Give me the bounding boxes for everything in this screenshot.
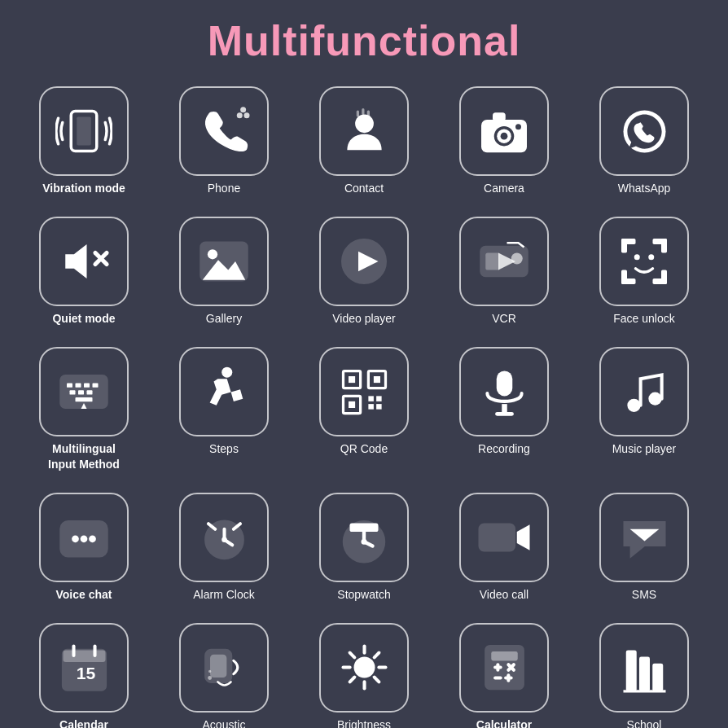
icon-voice-chat[interactable] bbox=[39, 493, 129, 582]
svg-marker-77 bbox=[517, 524, 530, 550]
icon-gallery[interactable] bbox=[179, 217, 269, 306]
svg-rect-26 bbox=[485, 253, 500, 270]
label-face-unlock: Face unlock bbox=[613, 311, 674, 326]
svg-rect-1 bbox=[77, 117, 91, 146]
svg-rect-42 bbox=[93, 384, 99, 388]
icon-school[interactable] bbox=[599, 623, 689, 713]
cell-calculator: Calculator bbox=[434, 618, 574, 728]
icon-video-call[interactable] bbox=[459, 493, 549, 582]
svg-rect-56 bbox=[368, 404, 374, 410]
cell-brightness: Brightness control bbox=[294, 618, 434, 728]
label-calendar: Calendar bbox=[59, 717, 108, 728]
label-steps: Steps bbox=[209, 441, 239, 456]
svg-point-20 bbox=[208, 249, 217, 259]
svg-point-66 bbox=[89, 535, 96, 542]
svg-rect-76 bbox=[480, 524, 514, 550]
cell-recording: Recording bbox=[434, 342, 574, 479]
svg-rect-31 bbox=[661, 239, 667, 253]
label-alarm-clock: Alarm Clock bbox=[193, 587, 254, 602]
label-contact: Contact bbox=[344, 181, 384, 195]
svg-rect-49 bbox=[349, 376, 355, 383]
label-gallery: Gallery bbox=[206, 311, 242, 326]
cell-phone: Phone bbox=[154, 81, 294, 204]
icon-steps[interactable] bbox=[179, 347, 269, 436]
icon-vcr[interactable] bbox=[459, 217, 549, 306]
label-phone: Phone bbox=[208, 181, 240, 195]
feature-grid: Vibration modePhoneContactCameraWhatsApp… bbox=[14, 81, 714, 728]
label-whatsapp: WhatsApp bbox=[618, 181, 671, 195]
svg-point-70 bbox=[221, 537, 227, 543]
page-title: Multifunctional bbox=[208, 16, 521, 65]
cell-gallery: Gallery bbox=[154, 212, 294, 334]
svg-rect-35 bbox=[661, 270, 667, 285]
svg-rect-40 bbox=[76, 384, 81, 388]
svg-rect-57 bbox=[376, 404, 382, 410]
label-sms: SMS bbox=[632, 587, 656, 602]
svg-rect-13 bbox=[493, 112, 506, 121]
svg-point-75 bbox=[362, 539, 367, 545]
label-calculator: Calculator bbox=[476, 717, 532, 728]
cell-quiet-mode: Quiet mode bbox=[14, 212, 154, 334]
icon-face-unlock[interactable] bbox=[599, 217, 689, 306]
cell-steps: Steps bbox=[154, 342, 294, 479]
svg-line-97 bbox=[349, 678, 354, 682]
svg-point-12 bbox=[501, 133, 508, 140]
svg-rect-46 bbox=[76, 397, 93, 401]
svg-point-37 bbox=[648, 254, 654, 260]
cell-voice-chat: Voice chat bbox=[14, 488, 154, 610]
svg-rect-39 bbox=[67, 384, 72, 388]
svg-point-27 bbox=[511, 253, 523, 265]
icon-qr-code[interactable] bbox=[319, 347, 409, 436]
svg-rect-41 bbox=[84, 384, 90, 388]
label-acoustic: Acoustic drainage bbox=[202, 717, 247, 728]
svg-line-94 bbox=[349, 653, 354, 658]
svg-rect-99 bbox=[491, 651, 518, 660]
cell-contact: Contact bbox=[294, 81, 434, 204]
svg-point-47 bbox=[221, 367, 232, 378]
cell-alarm-clock: Alarm Clock bbox=[154, 488, 294, 610]
icon-phone[interactable] bbox=[179, 86, 269, 176]
icon-whatsapp[interactable] bbox=[599, 86, 689, 176]
icon-video-player[interactable] bbox=[319, 217, 409, 306]
label-recording: Recording bbox=[478, 441, 530, 456]
cell-video-player: Video player bbox=[294, 212, 434, 334]
svg-rect-45 bbox=[87, 391, 93, 395]
svg-rect-59 bbox=[502, 404, 507, 413]
icon-music-player[interactable] bbox=[599, 347, 689, 436]
svg-point-36 bbox=[634, 254, 640, 260]
icon-brightness[interactable] bbox=[319, 623, 409, 713]
cell-acoustic: Acoustic drainage bbox=[154, 618, 294, 728]
icon-stopwatch[interactable] bbox=[319, 493, 409, 582]
svg-rect-6 bbox=[356, 110, 358, 116]
label-multilingual: Multilingual Input Method bbox=[48, 441, 120, 471]
svg-point-4 bbox=[240, 107, 246, 112]
icon-calculator[interactable] bbox=[459, 623, 549, 713]
svg-line-95 bbox=[374, 678, 379, 682]
label-stopwatch: Stopwatch bbox=[337, 587, 390, 602]
icon-contact[interactable] bbox=[319, 86, 409, 176]
icon-multilingual[interactable] bbox=[39, 347, 129, 436]
cell-qr-code: QR Code bbox=[294, 342, 434, 479]
svg-rect-51 bbox=[373, 376, 379, 383]
svg-point-14 bbox=[515, 124, 521, 129]
icon-vibration-mode[interactable] bbox=[39, 86, 129, 176]
label-qr-code: QR Code bbox=[340, 441, 388, 456]
svg-rect-108 bbox=[639, 657, 650, 691]
icon-camera[interactable] bbox=[459, 86, 549, 176]
icon-recording[interactable] bbox=[459, 347, 549, 436]
label-voice-chat: Voice chat bbox=[56, 587, 112, 602]
svg-rect-44 bbox=[78, 391, 84, 395]
label-brightness: Brightness control bbox=[337, 717, 391, 728]
svg-line-96 bbox=[374, 653, 379, 658]
icon-calendar[interactable]: 15 bbox=[39, 623, 129, 713]
svg-rect-107 bbox=[625, 651, 636, 691]
label-video-player: Video player bbox=[332, 311, 396, 326]
icon-sms[interactable] bbox=[599, 493, 689, 582]
icon-acoustic[interactable] bbox=[179, 623, 269, 713]
label-camera: Camera bbox=[484, 181, 524, 195]
svg-rect-53 bbox=[349, 401, 355, 408]
icon-alarm-clock[interactable] bbox=[179, 493, 269, 582]
cell-video-call: Video call bbox=[434, 488, 574, 610]
label-video-call: Video call bbox=[480, 587, 528, 602]
icon-quiet-mode[interactable] bbox=[39, 217, 129, 306]
